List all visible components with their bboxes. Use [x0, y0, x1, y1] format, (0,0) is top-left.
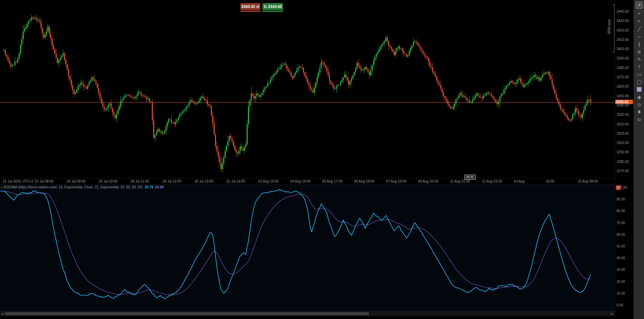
price-axis-label: 3330.00 [617, 113, 629, 117]
time-axis-label: 14 Aug [514, 179, 524, 183]
price-axis-label: 3360.00 [617, 85, 629, 88]
price-axis-label: 3300.00 [617, 141, 629, 145]
bell-shape [637, 110, 641, 114]
indicator-axis-label: 10.00 [617, 292, 625, 295]
scroll-left-arrow[interactable]: ◄ [1, 312, 4, 316]
time-axis-label: 23 Jul 08:00 [35, 179, 54, 183]
time-axis-label: 12 Aug 22:00 [482, 179, 502, 183]
crosshair-icon[interactable]: ⌖ [634, 10, 644, 18]
indicator-signal-value: 24.69 [155, 185, 163, 189]
popout-icon[interactable]: ↗ [636, 2, 643, 9]
time-axis-label: 21 Jul 2025, UTC+2 [3, 179, 33, 183]
price-axis-label: 3340.00 [617, 103, 629, 107]
pips-measure-bracket [612, 4, 614, 52]
indicator-axis-label: 60.00 [617, 233, 625, 236]
price-axis-label: 3310.00 [617, 132, 629, 135]
trendline-icon[interactable]: ╱ [634, 25, 644, 33]
time-axis-label: 16:00 [546, 179, 554, 183]
price-axis-label: 3380.00 [617, 66, 629, 70]
channel-icon[interactable]: ∥ [634, 40, 644, 48]
time-axis-label: 15 Aug 09:00 [578, 179, 598, 183]
time-axis-label: 04 Aug 16:00 [290, 179, 310, 183]
price-axis-label: 3290.00 [617, 150, 629, 154]
buy-price: 3343.50 [268, 4, 282, 9]
price-axis[interactable]: 3343.43 × 3440.003430.003420.003410.0034… [615, 0, 634, 319]
ellipse-icon[interactable]: ◯ [634, 78, 644, 86]
time-axis-label: 05 Aug 17:00 [322, 179, 342, 183]
drawing-toolbar: ↗⌖↖╱─∥≣✎T▭◯◉⊙↻ [634, 0, 644, 319]
price-axis-label: 3270.00 [617, 169, 629, 173]
swatch-color [637, 87, 642, 92]
indicator-axis-label: 50.00 [617, 244, 625, 248]
indicator-axis-label: 90.00 [617, 197, 625, 201]
time-axis-label: 11 Aug 21:00 [450, 179, 470, 183]
price-axis-label: 3320.00 [617, 122, 629, 126]
time-axis-label: 28 Jul 11:00 [131, 179, 149, 183]
pencil-icon[interactable]: ✎ [634, 55, 644, 63]
buy-volume-bar [262, 11, 283, 12]
scrollbar-thumb[interactable] [5, 312, 369, 315]
rsioma-indicator-chart[interactable] [0, 185, 615, 311]
sell-volume-bar [240, 11, 260, 12]
time-axis-label: 06 Aug 18:00 [354, 179, 374, 183]
buy-depth-icon [264, 5, 267, 8]
time-axis[interactable]: 21 Jul 2025, UTC+223 Jul 08:0024 Jul 09:… [0, 178, 615, 185]
time-axis-label: 29 Jul 12:00 [162, 179, 181, 183]
indicator-axis-label: 20.00 [617, 280, 625, 284]
indicator-axis-label: 100.00 [617, 186, 627, 189]
sell-depth-icon [256, 5, 259, 8]
buy-button[interactable]: 3343.50 [262, 3, 283, 10]
scroll-right-arrow[interactable]: ► [611, 312, 614, 316]
time-axis-label: 08 Aug 20:00 [418, 179, 438, 183]
candlestick-chart[interactable] [0, 0, 615, 178]
time-axis-label: 24 Jul 09:00 [67, 179, 86, 183]
rectangle-icon[interactable]: ▭ [634, 70, 644, 78]
time-axis-label: 25 Jul 10:00 [99, 179, 117, 183]
color-swatch[interactable] [634, 86, 644, 93]
alert-icon[interactable] [634, 108, 644, 116]
screenshot-icon[interactable]: ⊙ [634, 101, 644, 108]
indicator-title: RSIOMA (https://forex-station.com/, 14, … [4, 185, 143, 189]
indicator-axis-label: 70.00 [617, 221, 625, 225]
refresh-icon[interactable]: ↻ [634, 116, 644, 123]
text-icon[interactable]: T [634, 63, 644, 70]
price-axis-label: 3390.00 [617, 56, 629, 60]
fibonacci-icon[interactable]: ≣ [634, 48, 644, 55]
trading-app: 21 Jul 2025, UTC+223 Jul 08:0024 Jul 09:… [0, 0, 644, 319]
panel-collapse-icon[interactable]: ◂ [1, 186, 2, 189]
sell-button[interactable]: 3343.43 [240, 3, 260, 10]
price-axis-label: 3370.00 [617, 75, 629, 79]
indicator-title-row: ◂RSIOMA (https://forex-station.com/, 14,… [1, 185, 163, 189]
price-axis-label: 3400.00 [617, 47, 629, 51]
price-axis-label: 3420.00 [617, 29, 629, 32]
time-axis-label: 30 Jul 13:00 [194, 179, 213, 183]
indicator-main-value: 25.78 [145, 185, 153, 189]
pips-measure-label: 5000 pips [607, 11, 611, 42]
time-axis-label: 07 Aug 19:00 [386, 179, 406, 183]
horizontal-scrollbar[interactable]: ◄ ► [0, 311, 615, 316]
price-axis-label: 3280.00 [617, 160, 629, 164]
horizontal-line-icon[interactable]: ─ [634, 33, 644, 40]
candle-countdown-tooltip: 25:31 [464, 175, 476, 180]
price-axis-label: 3430.00 [617, 19, 629, 23]
visibility-icon[interactable]: ◉ [634, 93, 644, 101]
indicator-axis-label: 40.00 [617, 256, 625, 260]
time-axis-label: 01 Aug 15:00 [258, 179, 279, 183]
sell-price: 3343.43 [241, 4, 255, 9]
indicator-axis-label: 30.00 [617, 268, 625, 272]
indicator-axis-label: 0.00 [617, 303, 623, 307]
pointer-icon[interactable]: ↖ [634, 18, 644, 25]
time-axis-label: 31 Jul 14:00 [226, 179, 245, 183]
indicator-axis-label: 80.00 [617, 209, 625, 213]
price-axis-label: 3410.00 [617, 38, 629, 42]
price-axis-label: 3440.00 [617, 10, 629, 13]
price-axis-label: 3350.00 [617, 94, 629, 98]
